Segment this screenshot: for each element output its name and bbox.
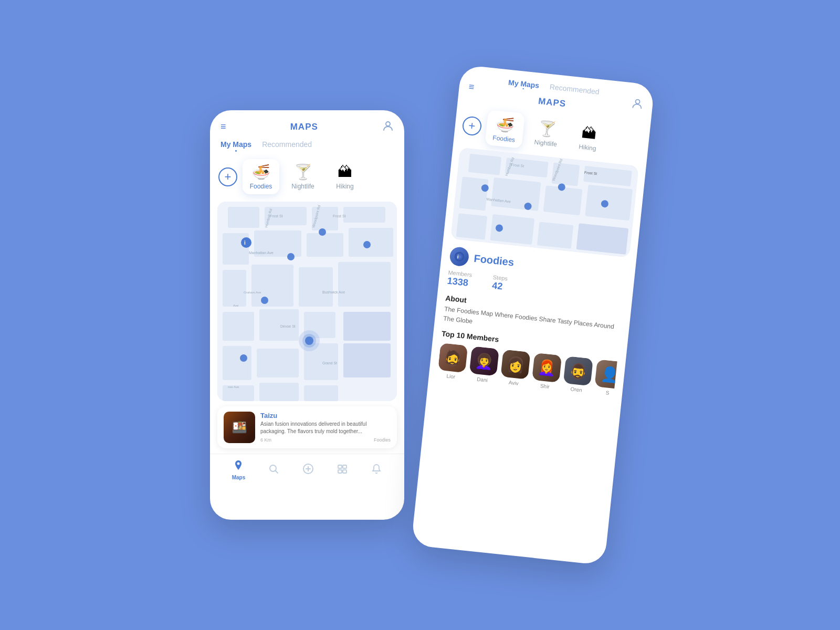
svg-point-58 bbox=[635, 99, 640, 104]
svg-rect-2 bbox=[228, 207, 259, 228]
maps-nav-icon bbox=[233, 459, 244, 474]
categories-left: + 🍜 Foodies 🍸 Nightlife 🏔 Hiking bbox=[210, 152, 404, 202]
svg-text:i: i bbox=[244, 240, 246, 246]
menu-icon-right[interactable]: ≡ bbox=[468, 81, 475, 92]
member-s: 👤 S bbox=[594, 359, 617, 396]
nav-add[interactable] bbox=[302, 463, 314, 477]
svg-rect-55 bbox=[343, 465, 346, 468]
restaurant-description: Asian fusion innovations delivered in be… bbox=[260, 421, 391, 435]
tabs-left: My Maps Recommended bbox=[210, 138, 404, 152]
member-name-dani: Dani bbox=[477, 376, 488, 383]
svg-point-41 bbox=[261, 297, 268, 304]
info-card-bottom: 6 Km Foodies bbox=[260, 437, 391, 443]
member-lior: 🧔 Lior bbox=[437, 343, 468, 381]
profile-icon-right[interactable] bbox=[631, 97, 644, 112]
avatar-dani: 👩‍🦱 bbox=[469, 346, 499, 376]
svg-rect-71 bbox=[576, 223, 629, 255]
svg-text:Frost St: Frost St bbox=[270, 214, 283, 218]
avatar-s: 👤 bbox=[594, 359, 617, 389]
svg-rect-56 bbox=[338, 470, 342, 473]
svg-rect-67 bbox=[585, 185, 633, 221]
member-name-oren: Oren bbox=[570, 386, 582, 393]
avatar-aviv: 👩 bbox=[500, 349, 530, 379]
menu-icon[interactable]: ≡ bbox=[220, 121, 226, 132]
add-map-button-right[interactable]: + bbox=[461, 116, 482, 136]
svg-point-42 bbox=[240, 354, 247, 362]
steps-count: 42 bbox=[491, 280, 507, 293]
maps-nav-label: Maps bbox=[232, 475, 246, 480]
avatar-shir: 👩‍🦰 bbox=[532, 353, 562, 383]
svg-rect-14 bbox=[223, 312, 254, 341]
bottom-nav-left: Maps bbox=[210, 454, 404, 489]
header-left: ≡ MAPS bbox=[210, 110, 404, 138]
info-card-content: Taizu Asian fusion innovations delivered… bbox=[260, 412, 391, 443]
nav-maps[interactable]: Maps bbox=[232, 459, 246, 480]
svg-rect-19 bbox=[257, 349, 299, 377]
svg-text:Bushwick Ave: Bushwick Ave bbox=[322, 290, 345, 294]
svg-point-0 bbox=[386, 122, 390, 126]
map-right[interactable]: Humbolt Rd Woodpoint Rd Manhattan Ave Fr… bbox=[450, 148, 638, 258]
nav-search[interactable] bbox=[268, 463, 279, 477]
tab-recommended-right[interactable]: Recommended bbox=[549, 82, 600, 96]
add-nav-icon bbox=[302, 463, 314, 477]
distance-label: 6 Km bbox=[260, 437, 271, 443]
nightlife-label-right: Nightlife bbox=[534, 139, 558, 148]
tab-my-maps-left[interactable]: My Maps bbox=[220, 140, 251, 152]
svg-rect-13 bbox=[338, 262, 391, 307]
restaurant-name: Taizu bbox=[260, 412, 391, 419]
tab-my-maps-right[interactable]: My Maps • bbox=[508, 78, 539, 90]
svg-rect-11 bbox=[251, 265, 293, 307]
category-foodies-left[interactable]: 🍜 Foodies bbox=[243, 159, 279, 194]
tab-recommended-left[interactable]: Recommended bbox=[262, 140, 312, 152]
category-nightlife-right[interactable]: 🍸 Nightlife bbox=[527, 114, 567, 153]
member-dani: 👩‍🦱 Dani bbox=[468, 346, 499, 384]
avatar-oren: 🧔‍♂️ bbox=[563, 356, 593, 386]
steps-stat: Steps 42 bbox=[491, 274, 508, 293]
svg-line-50 bbox=[276, 470, 278, 473]
category-foodies-right[interactable]: 🍜 Foodies bbox=[485, 110, 525, 149]
svg-rect-18 bbox=[223, 346, 251, 380]
members-section: Top 10 Members 🧔 Lior 👩‍🦱 Dani 👩 bbox=[437, 329, 619, 396]
svg-text:nse Ave: nse Ave bbox=[228, 385, 239, 388]
member-name-shir: Shir bbox=[540, 383, 550, 390]
category-tag: Foodies bbox=[374, 437, 391, 443]
svg-rect-70 bbox=[537, 222, 573, 249]
phone-right: ≡ My Maps • Recommended MAPS + 🍜 Foodies bbox=[411, 65, 655, 565]
nav-notifications[interactable] bbox=[371, 463, 382, 477]
nightlife-icon-left: 🍸 bbox=[294, 163, 312, 181]
svg-text:Grand St: Grand St bbox=[322, 361, 337, 365]
info-card-left[interactable]: 🍱 Taizu Asian fusion innovations deliver… bbox=[217, 406, 397, 448]
svg-point-46 bbox=[241, 237, 251, 248]
svg-rect-54 bbox=[338, 465, 342, 468]
app-title-left: MAPS bbox=[290, 122, 318, 132]
svg-text:Frost St: Frost St bbox=[333, 214, 346, 218]
svg-point-40 bbox=[363, 241, 371, 248]
member-name-lior: Lior bbox=[446, 373, 456, 380]
category-hiking-left[interactable]: 🏔 Hiking bbox=[327, 159, 363, 194]
svg-rect-21 bbox=[343, 343, 391, 377]
nightlife-icon-right: 🍸 bbox=[537, 119, 557, 138]
phone-left: ≡ MAPS My Maps Recommended + 🍜 Foodies 🍸… bbox=[210, 110, 404, 520]
member-shir: 👩‍🦰 Shir bbox=[531, 353, 562, 391]
svg-rect-8 bbox=[307, 233, 343, 257]
foodies-icon-right: 🍜 bbox=[496, 115, 516, 134]
search-nav-icon bbox=[268, 463, 279, 477]
category-hiking-right[interactable]: 🏔 Hiking bbox=[569, 119, 609, 158]
nav-list[interactable] bbox=[337, 463, 348, 477]
app-title-right: MAPS bbox=[538, 96, 566, 109]
foodies-detail-icon: i bbox=[449, 246, 470, 267]
hiking-icon-right: 🏔 bbox=[581, 124, 597, 143]
svg-rect-68 bbox=[456, 213, 487, 240]
detail-name: Foodies bbox=[474, 252, 515, 268]
map-left[interactable]: Humbolt Rd Woodpoint Rd Manhattan Ave Gr… bbox=[217, 202, 397, 401]
svg-rect-65 bbox=[491, 177, 541, 211]
member-name-s: S bbox=[605, 390, 610, 396]
add-map-button-left[interactable]: + bbox=[218, 167, 237, 186]
category-nightlife-left[interactable]: 🍸 Nightlife bbox=[285, 159, 321, 194]
svg-rect-10 bbox=[223, 270, 246, 307]
restaurant-image: 🍱 bbox=[224, 412, 255, 443]
svg-point-83 bbox=[454, 251, 465, 262]
svg-point-39 bbox=[319, 228, 326, 236]
svg-rect-5 bbox=[343, 207, 385, 223]
profile-icon-left[interactable] bbox=[382, 120, 394, 134]
